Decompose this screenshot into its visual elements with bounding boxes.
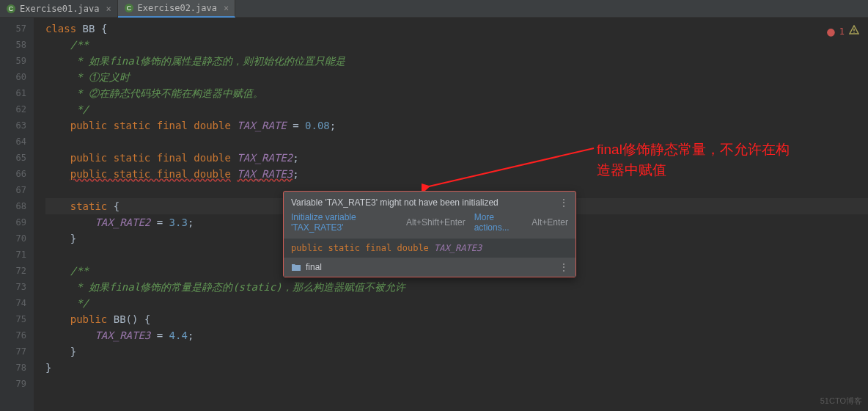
modifiers: public static final double: [70, 168, 231, 180]
error-tooltip: Variable 'TAX_RATE3' might not have been…: [283, 191, 576, 277]
java-class-icon: C: [124, 3, 134, 13]
tooltip-title: Variable 'TAX_RATE3' might not have been…: [291, 197, 499, 208]
field-name: TAX_RATE: [237, 120, 286, 131]
tooltip-footer-text: final: [306, 262, 322, 272]
class-name: BB: [83, 23, 95, 34]
comment: /**: [70, 265, 89, 277]
tab-exercise02[interactable]: C Exercise02.java ×: [118, 0, 236, 18]
number: 4.4: [169, 330, 188, 341]
comment: * 如果final修饰的常量是静态的(static)，那么构造器赋值不被允许: [70, 281, 405, 293]
comment: * 如果final修饰的属性是静态的，则初始化的位置只能是: [70, 55, 345, 67]
tooltip-code-preview: public static final double TAX_RATE3: [291, 243, 568, 253]
field-name: TAX_RATE2: [237, 152, 293, 164]
modifiers: public static final double: [70, 120, 231, 131]
tab-label: Exercise02.java: [138, 3, 217, 13]
more-actions-link[interactable]: More actions...: [474, 212, 528, 233]
error-icon: ●: [827, 27, 835, 36]
tab-bar: C Exercise01.java × C Exercise02.java ×: [0, 0, 868, 18]
java-class-icon: C: [6, 4, 16, 14]
comment: */: [70, 297, 89, 309]
field-name: TAX_RATE2: [95, 217, 150, 228]
number: 0.08: [305, 120, 330, 131]
modifiers: public static final double: [70, 152, 231, 164]
keyword: static: [70, 200, 108, 212]
svg-text:C: C: [126, 4, 131, 12]
shortcut-text: Alt+Enter: [532, 217, 568, 228]
warning-icon: [849, 25, 859, 37]
more-icon[interactable]: ⋮: [559, 262, 568, 272]
constructor-name: BB: [114, 313, 126, 325]
comment: /**: [70, 39, 89, 51]
folder-icon: [291, 263, 301, 272]
error-count: 1: [839, 26, 845, 37]
comment: */: [70, 103, 89, 115]
field-name: TAX_RATE3: [95, 330, 150, 341]
close-icon[interactable]: ×: [224, 3, 229, 13]
keyword: class: [45, 23, 76, 34]
keyword: public: [70, 313, 108, 325]
field-name-error: TAX_RATE3: [237, 168, 293, 180]
svg-point-5: [853, 32, 855, 33]
number: 3.3: [169, 217, 188, 228]
error-indicator[interactable]: ● 1: [827, 25, 859, 37]
comment: * ②在静态代码块不能在构造器中赋值。: [70, 87, 263, 99]
more-icon[interactable]: ⋮: [559, 197, 568, 208]
tab-label: Exercise01.java: [20, 4, 99, 14]
line-gutter: 575859 606162 636465 666768 697071 72737…: [0, 18, 34, 411]
annotation-text: final修饰静态常量，不允许在构 造器中赋值: [597, 139, 790, 181]
comment: * ①定义时: [70, 71, 130, 83]
quickfix-link[interactable]: Initialize variable 'TAX_RATE3': [291, 212, 402, 233]
shortcut-text: Alt+Shift+Enter: [406, 217, 466, 228]
tab-exercise01[interactable]: C Exercise01.java ×: [0, 0, 118, 18]
close-icon[interactable]: ×: [106, 4, 111, 14]
watermark: 51CTO博客: [820, 396, 862, 407]
svg-text:C: C: [9, 5, 14, 12]
